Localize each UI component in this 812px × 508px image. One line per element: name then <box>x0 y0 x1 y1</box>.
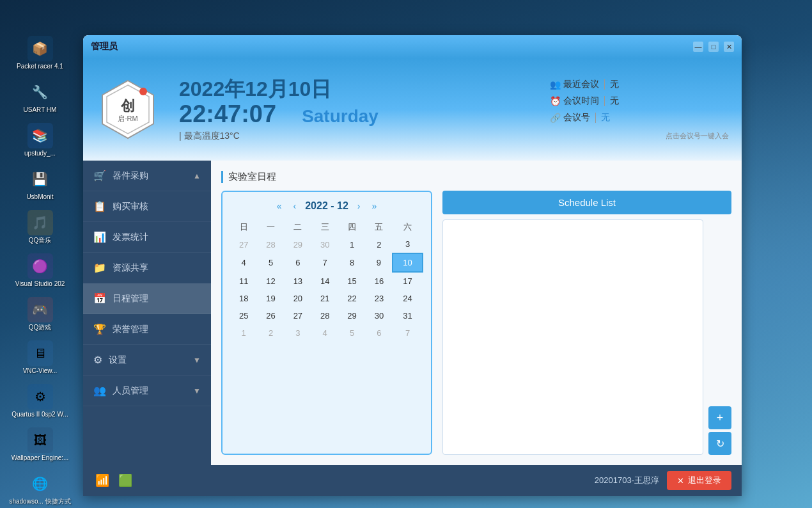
cal-day[interactable]: 7 <box>393 324 423 342</box>
minimize-button[interactable]: — <box>693 42 703 52</box>
desktop-icon-usbmonit[interactable]: 💾 UsbMonit <box>3 163 77 205</box>
cal-prev-button[interactable]: ‹ <box>291 200 299 212</box>
desktop-icon-quartus[interactable]: ⚙ Quartus II 0sp2 W... <box>3 380 77 422</box>
cal-day[interactable]: 10 <box>393 253 423 272</box>
cal-day[interactable]: 21 <box>311 290 338 307</box>
cal-next-button[interactable]: › <box>355 200 363 212</box>
cal-day[interactable]: 12 <box>257 272 284 290</box>
cal-day[interactable]: 28 <box>257 235 284 253</box>
desktop-icon-label-usbmonit: UsbMonit <box>26 193 53 201</box>
meeting-id-value[interactable]: 无 <box>601 112 610 123</box>
nav-item-personnel[interactable]: 👥 人员管理 ▼ <box>83 376 211 406</box>
cal-day[interactable]: 1 <box>230 324 257 342</box>
cal-day[interactable]: 8 <box>338 253 365 272</box>
desktop-icon-visual-studio[interactable]: 🟣 Visual Studio 202 <box>3 250 77 292</box>
cal-day[interactable]: 14 <box>311 272 338 290</box>
cal-day[interactable]: 29 <box>285 235 311 253</box>
cal-day[interactable]: 16 <box>366 272 393 290</box>
desktop-icon-label-usart: USART HM <box>24 106 57 114</box>
cal-day[interactable]: 27 <box>285 307 311 324</box>
date-display: 2022年12月10日 <box>179 77 537 101</box>
nav-item-schedule[interactable]: 📅 日程管理 <box>83 283 211 314</box>
cal-day[interactable]: 22 <box>338 290 365 307</box>
cal-weekday: 二 <box>285 219 311 235</box>
cal-day[interactable]: 4 <box>311 324 338 342</box>
nav-item-honor[interactable]: 🏆 荣誉管理 <box>83 314 211 345</box>
cal-day[interactable]: 13 <box>285 272 311 290</box>
cal-next-next-button[interactable]: » <box>369 200 379 212</box>
cal-day[interactable]: 26 <box>257 307 284 324</box>
desktop-icon-img-packet-racer: 📦 <box>27 36 53 61</box>
nav-item-left-personnel: 👥 人员管理 <box>93 385 148 397</box>
logout-label: 退出登录 <box>688 475 721 486</box>
cal-day[interactable]: 2 <box>257 324 284 342</box>
nav-item-settings[interactable]: ⚙ 设置 ▼ <box>83 345 211 376</box>
desktop-icon-img-vnc-viewer: 🖥 <box>27 340 53 366</box>
cal-prev-prev-button[interactable]: « <box>274 200 285 212</box>
nav-icon-purchase: 🛒 <box>93 170 106 182</box>
cal-day[interactable]: 30 <box>311 235 338 253</box>
desktop-icon-packet-racer[interactable]: 📦 Packet racer 4.1 <box>3 32 77 74</box>
cal-day[interactable]: 5 <box>257 253 284 272</box>
cal-day[interactable]: 15 <box>338 272 365 290</box>
maximize-button[interactable]: □ <box>708 42 719 52</box>
cal-day[interactable]: 3 <box>285 324 311 342</box>
meeting-id-row: 🔗 会议号 无 <box>550 112 729 123</box>
desktop-icon-vnc-viewer[interactable]: 🖥 VNC-View... <box>3 337 77 379</box>
cal-day[interactable]: 6 <box>285 253 311 272</box>
nav-item-review[interactable]: 📋 购买审核 <box>83 191 211 222</box>
desktop-icon-upstudy[interactable]: 📚 upstudy_... <box>3 119 77 161</box>
cal-day[interactable]: 1 <box>338 235 365 253</box>
cal-day[interactable]: 23 <box>366 290 393 307</box>
cal-day[interactable]: 2 <box>366 235 393 253</box>
cal-day[interactable]: 31 <box>393 307 423 324</box>
cal-day[interactable]: 30 <box>366 307 393 324</box>
nav-item-invoice[interactable]: 📊 发票统计 <box>83 222 211 253</box>
app-logo: 创 启·RM <box>96 77 160 141</box>
svg-text:创: 创 <box>120 98 135 114</box>
cal-day[interactable]: 9 <box>366 253 393 272</box>
cal-day[interactable]: 18 <box>230 290 257 307</box>
meeting-recent-row: 👥 最近会议 无 <box>550 79 729 90</box>
cal-day[interactable]: 29 <box>338 307 365 324</box>
cal-day[interactable]: 27 <box>230 235 257 253</box>
add-schedule-button[interactable]: + <box>708 406 731 429</box>
cal-day[interactable]: 24 <box>393 290 423 307</box>
desktop-icon-img-usart: 🔧 <box>27 79 53 105</box>
desktop-icon-usart[interactable]: 🔧 USART HM <box>3 75 77 118</box>
close-button[interactable]: ✕ <box>724 42 734 52</box>
cal-day[interactable]: 19 <box>257 290 284 307</box>
title-bar: 管理员 — □ ✕ <box>83 35 742 58</box>
refresh-schedule-button[interactable]: ↻ <box>708 432 731 455</box>
meeting-recent-value: 无 <box>610 79 619 90</box>
nav-item-left-schedule: 📅 日程管理 <box>93 292 148 305</box>
nav-item-resource[interactable]: 📁 资源共享 <box>83 253 211 283</box>
cal-day[interactable]: 4 <box>230 253 257 272</box>
nav-label-settings: 设置 <box>109 354 127 366</box>
desktop-icon-img-quartus: ⚙ <box>27 384 53 409</box>
cal-weekday: 四 <box>338 219 365 235</box>
desktop-icon-qq-games[interactable]: 🎮 QQ游戏 <box>3 293 77 335</box>
nav-icon-personnel: 👥 <box>93 385 106 397</box>
logout-button[interactable]: ✕ 退出登录 <box>667 471 731 490</box>
cal-day[interactable]: 5 <box>338 324 365 342</box>
cal-day[interactable]: 11 <box>230 272 257 290</box>
calendar-header: « ‹ 2022 - 12 › » <box>230 200 423 212</box>
cal-day[interactable]: 28 <box>311 307 338 324</box>
desktop-icon-shadowso[interactable]: 🌐 shadowso... 快捷方式 <box>3 467 77 508</box>
svg-point-4 <box>139 88 147 95</box>
cal-day[interactable]: 17 <box>393 272 423 290</box>
nav-item-purchase[interactable]: 🛒 器件采购 ▲ <box>83 161 211 191</box>
cal-day[interactable]: 20 <box>285 290 311 307</box>
cal-day[interactable]: 6 <box>366 324 393 342</box>
cal-day[interactable]: 7 <box>311 253 338 272</box>
cal-day[interactable]: 3 <box>393 235 423 253</box>
cal-day[interactable]: 25 <box>230 307 257 324</box>
desktop-icon-label-qq-games: QQ游戏 <box>29 324 52 331</box>
meeting-recent-label: 最近会议 <box>563 79 599 90</box>
nav-chevron-purchase: ▲ <box>193 171 201 180</box>
nav-icon-honor: 🏆 <box>93 323 106 335</box>
nav-label-personnel: 人员管理 <box>113 385 148 397</box>
desktop-icon-qq-music[interactable]: 🎵 QQ音乐 <box>3 206 77 248</box>
desktop-icon-wallpaper[interactable]: 🖼 Wallpaper Engine:... <box>3 424 77 466</box>
